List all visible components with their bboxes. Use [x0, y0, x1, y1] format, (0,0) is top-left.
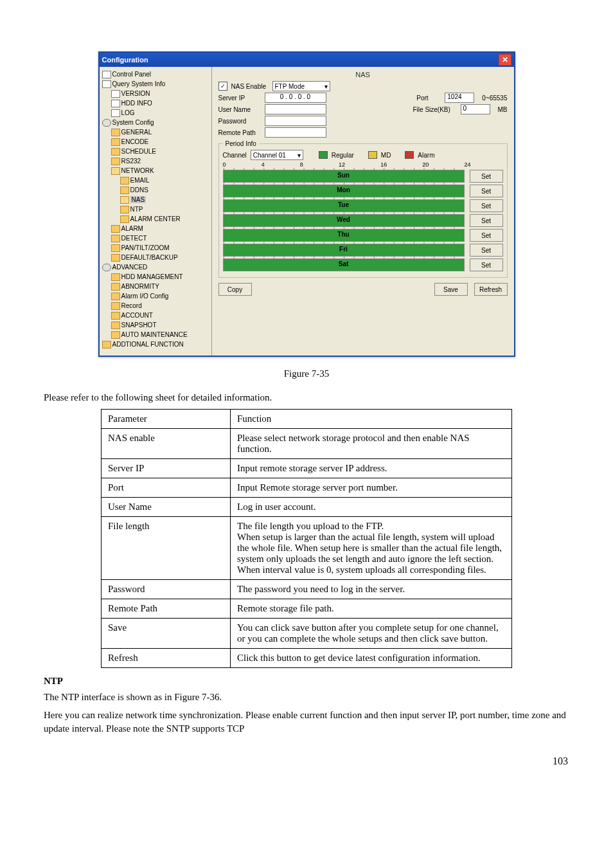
port-range: 0~65535	[482, 95, 507, 102]
tree-addfunc[interactable]: ADDTIONAL FUNCTION	[102, 339, 210, 349]
panel-title: NAS	[218, 71, 508, 78]
tree-snapshot[interactable]: SNAPSHOT	[111, 320, 210, 330]
period-legend: Period Info	[223, 140, 259, 147]
table-row: SaveYou can click save button after you …	[102, 618, 512, 648]
remotepath-input[interactable]	[265, 127, 326, 138]
close-icon[interactable]: ✕	[499, 54, 511, 66]
save-button[interactable]: Save	[434, 283, 468, 296]
set-button[interactable]: Set	[470, 244, 503, 257]
mode-select[interactable]: FTP Mode▾	[272, 81, 330, 91]
nas-enable-checkbox[interactable]: ✓	[218, 82, 227, 91]
tree-schedule[interactable]: SCHEDULE	[111, 147, 210, 156]
tree-nas[interactable]: NAS	[120, 195, 210, 204]
tree-ntp[interactable]: NTP	[120, 204, 210, 214]
tree-detect[interactable]: DETECT	[111, 233, 210, 243]
sched-row-sun: Sun Set	[223, 170, 503, 183]
period-fieldset: Period Info Channel Channel 01▾ Regular …	[218, 140, 508, 278]
sched-row-thu: Thu Set	[223, 229, 503, 242]
set-button[interactable]: Set	[470, 214, 503, 227]
sched-bar[interactable]: Fri	[223, 244, 465, 257]
sched-bar[interactable]: Thu	[223, 229, 465, 242]
tree-rs232[interactable]: RS232	[111, 156, 210, 166]
port-input[interactable]: 1024	[445, 93, 474, 103]
config-window: Configuration ✕ Control Panel Query Syst…	[98, 51, 515, 357]
chevron-down-icon: ▾	[298, 152, 301, 159]
tree-alarm[interactable]: ALARM	[111, 224, 210, 233]
password-label: Password	[218, 118, 262, 125]
tree-network[interactable]: NETWORK EMAIL DDNS NAS NTP ALARM CENTER	[111, 166, 210, 224]
page-number: 103	[44, 755, 569, 767]
filesize-input[interactable]: 0	[461, 104, 490, 114]
tree-syscfg[interactable]: System Config GENERAL ENCODE SCHEDULE RS…	[102, 118, 210, 262]
sched-bar[interactable]: Sun	[223, 170, 465, 183]
tree-query[interactable]: Query System Info VERSION HDD INFO LOG	[102, 79, 210, 118]
sched-bar[interactable]: Mon	[223, 185, 465, 197]
tree-ddns[interactable]: DDNS	[120, 185, 210, 195]
tree-hddmgmt[interactable]: HDD MANAGEMENT	[111, 272, 210, 282]
tree-email[interactable]: EMAIL	[120, 176, 210, 185]
nas-panel: NAS ✓ NAS Enable FTP Mode▾ Server IP 0 .…	[212, 67, 514, 356]
ntp-p1: The NTP interface is shown as in Figure …	[44, 691, 569, 705]
tree-record[interactable]: Record	[111, 301, 210, 311]
set-button[interactable]: Set	[470, 170, 503, 183]
col-parameter: Parameter	[102, 409, 231, 428]
figure-caption: Figure 7-35	[44, 368, 569, 379]
refresh-button[interactable]: Refresh	[474, 283, 508, 296]
remotepath-label: Remote Path	[218, 129, 262, 136]
table-row: NAS enablePlease select network storage …	[102, 428, 512, 458]
set-button[interactable]: Set	[470, 258, 503, 271]
tree-pantilt[interactable]: PAN/TILT/ZOOM	[111, 243, 210, 253]
table-row: Server IPInput remote storage server IP …	[102, 458, 512, 478]
param-table: Parameter Function NAS enablePlease sele…	[101, 409, 512, 668]
nas-enable-label: NAS Enable	[231, 83, 270, 90]
serverip-label: Server IP	[218, 95, 262, 102]
username-input[interactable]	[265, 104, 326, 114]
port-label: Port	[416, 95, 442, 102]
col-function: Function	[231, 409, 512, 428]
table-row: RefreshClick this button to get device l…	[102, 648, 512, 667]
channel-label: Channel	[223, 152, 247, 159]
username-label: User Name	[218, 106, 262, 113]
time-ticks: 0 4 8 12 16 20 24	[223, 161, 503, 168]
sched-bar[interactable]: Tue	[223, 199, 465, 212]
set-button[interactable]: Set	[470, 229, 503, 242]
tree-encode[interactable]: ENCODE	[111, 137, 210, 147]
filesize-label: File Size(KB)	[413, 106, 458, 113]
filesize-unit: MB	[498, 106, 508, 113]
sched-bar[interactable]: Sat	[223, 258, 465, 271]
tree-log[interactable]: LOG	[111, 108, 210, 118]
copy-button[interactable]: Copy	[218, 283, 252, 296]
password-input[interactable]	[265, 116, 326, 126]
tree-defback[interactable]: DEFAULT/BACKUP	[111, 253, 210, 262]
ntp-heading: NTP	[44, 676, 569, 687]
channel-select[interactable]: Channel 01▾	[251, 150, 303, 160]
window-title: Configuration	[102, 56, 148, 64]
chevron-down-icon: ▾	[324, 83, 328, 90]
titlebar: Configuration ✕	[100, 53, 514, 67]
sched-row-wed: Wed Set	[223, 214, 503, 227]
tree-general[interactable]: GENERAL	[111, 127, 210, 137]
sched-row-tue: Tue Set	[223, 199, 503, 212]
tree-advanced[interactable]: ADVANCED HDD MANAGEMENT ABNORMITY Alarm …	[102, 262, 210, 339]
tree-automaint[interactable]: AUTO MAINTENANCE	[111, 330, 210, 339]
tree-account[interactable]: ACCOUNT	[111, 311, 210, 320]
sched-bar[interactable]: Wed	[223, 214, 465, 227]
nav-tree: Control Panel Query System Info VERSION …	[100, 67, 212, 356]
tree-control-panel[interactable]: Control Panel	[102, 69, 210, 79]
table-row: Remote PathRemote storage file path.	[102, 599, 512, 618]
tree-alarmcenter[interactable]: ALARM CENTER	[120, 214, 210, 224]
sched-row-mon: Mon Set	[223, 185, 503, 197]
tree-abnormity[interactable]: ABNORMITY	[111, 282, 210, 291]
md-swatch	[368, 151, 377, 159]
tree-hddinfo[interactable]: HDD INFO	[111, 98, 210, 108]
ntp-p2: Here you can realize network time synchr…	[44, 709, 569, 737]
serverip-input[interactable]: 0 . 0 . 0 . 0	[265, 93, 326, 103]
regular-swatch	[319, 151, 328, 159]
set-button[interactable]: Set	[470, 199, 503, 212]
tree-alarmio[interactable]: Alarm I/O Config	[111, 291, 210, 301]
tree-version[interactable]: VERSION	[111, 89, 210, 98]
table-row: User NameLog in user account.	[102, 497, 512, 516]
sched-row-sat: Sat Set	[223, 258, 503, 271]
table-row: PortInput Remote storage server port num…	[102, 478, 512, 497]
set-button[interactable]: Set	[470, 185, 503, 197]
